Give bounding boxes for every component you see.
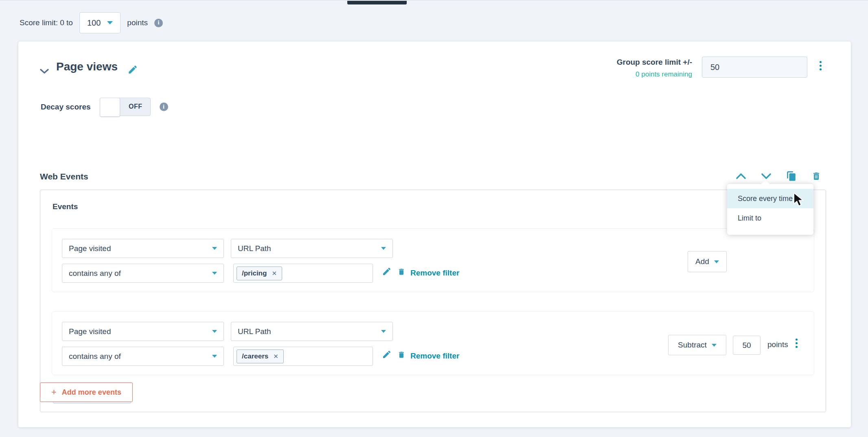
chevron-down-icon [212,355,217,358]
delete-filter-trash-icon[interactable] [397,267,406,278]
toggle-state-label: OFF [129,103,142,110]
add-more-events-button[interactable]: + Add more events [40,382,133,402]
active-tab-fragment [347,1,407,4]
events-panel: Events Score every time Page visited URL… [40,190,826,412]
filter-tag-label: /careers [242,352,268,361]
menu-item-score-every-time[interactable]: Score every time [727,189,813,208]
web-events-toolbar [736,171,821,181]
delete-filter-trash-icon[interactable] [397,350,406,361]
score-limit-label: Score limit: 0 to [20,18,73,27]
remove-tag-icon[interactable]: ✕ [272,270,277,277]
property-value: URL Path [238,244,271,253]
web-events-title: Web Events [40,172,88,181]
criteria-group: Page visited URL Path contains any of /c… [52,311,814,375]
chevron-down-icon [212,330,217,333]
score-action-value: Subtract [678,341,707,350]
collapse-chevron-icon[interactable] [39,68,49,76]
points-remaining-label: 0 points remaining [617,70,692,79]
page-views-group-card: Page views Group score limit +/- 0 point… [18,42,851,427]
score-limit-select[interactable]: 100 [79,12,121,33]
chevron-down-icon [381,330,386,333]
points-label: points [767,340,788,349]
edit-filter-pencil-icon[interactable] [382,267,392,278]
chevron-down-icon [714,260,719,263]
filter-tag: /pricing ✕ [237,267,282,280]
operator-value: contains any of [69,352,121,361]
edit-pencil-icon[interactable] [127,64,138,76]
decay-scores-row: Decay scores OFF i [41,98,168,116]
chevron-down-icon [712,344,717,347]
remove-tag-icon[interactable]: ✕ [273,353,278,360]
scoring-page: Score limit: 0 to 100 points i Page view… [0,0,868,437]
chevron-down-icon [107,21,113,24]
filter-value-field[interactable]: /pricing ✕ [233,264,373,283]
toggle-knob[interactable] [100,98,120,117]
points-input[interactable] [733,336,761,355]
duplicate-icon[interactable] [786,171,797,181]
decay-scores-label: Decay scores [41,103,91,111]
menu-item-limit-to[interactable]: Limit to [727,208,813,228]
group-title: Page views [56,60,118,73]
chevron-down-icon [381,247,386,250]
plus-icon: + [51,387,57,398]
remove-filter-link[interactable]: Remove filter [410,352,459,361]
property-value: URL Path [238,327,271,336]
chevron-down-icon [212,272,217,275]
score-mode-menu: Score every time Limit to [727,184,813,235]
operator-select[interactable]: contains any of [62,264,224,283]
score-action-select[interactable]: Subtract [668,335,726,355]
score-limit-row: Score limit: 0 to 100 points i [20,12,163,33]
criteria-group: Page visited URL Path contains any of /p… [52,228,814,292]
property-select[interactable]: URL Path [231,239,393,258]
event-type-select[interactable]: Page visited [62,239,224,258]
chevron-down-icon [212,247,217,250]
filter-value-field[interactable]: /careers ✕ [233,347,373,366]
score-action-select[interactable]: Add [688,251,727,272]
score-limit-value: 100 [87,18,101,28]
events-label: Events [53,202,78,211]
filter-tag: /careers ✕ [237,350,284,363]
move-down-chevron-icon[interactable] [761,173,772,179]
remove-filter-link[interactable]: Remove filter [410,269,459,277]
filter-tag-label: /pricing [242,269,267,277]
event-type-value: Page visited [69,327,111,336]
edit-filter-pencil-icon[interactable] [382,350,392,361]
decay-toggle[interactable]: OFF [100,98,151,116]
property-select[interactable]: URL Path [231,322,393,341]
operator-value: contains any of [69,269,121,278]
points-label: points [127,18,148,27]
group-score-limit-label: Group score limit +/- [617,58,692,67]
delete-trash-icon[interactable] [811,171,821,181]
info-icon[interactable]: i [154,19,163,27]
score-action-value: Add [695,257,709,266]
add-more-events-label: Add more events [62,388,121,397]
group-score-limit-input[interactable] [702,57,807,78]
group-score-limit-text: Group score limit +/- 0 points remaining [617,58,692,79]
event-type-value: Page visited [69,244,111,253]
operator-select[interactable]: contains any of [62,347,224,366]
decay-info-icon[interactable]: i [160,103,168,111]
group-kebab-menu-icon[interactable] [820,61,822,70]
row-kebab-menu-icon[interactable] [796,339,798,348]
move-up-chevron-icon[interactable] [736,173,746,179]
event-type-select[interactable]: Page visited [62,322,224,341]
